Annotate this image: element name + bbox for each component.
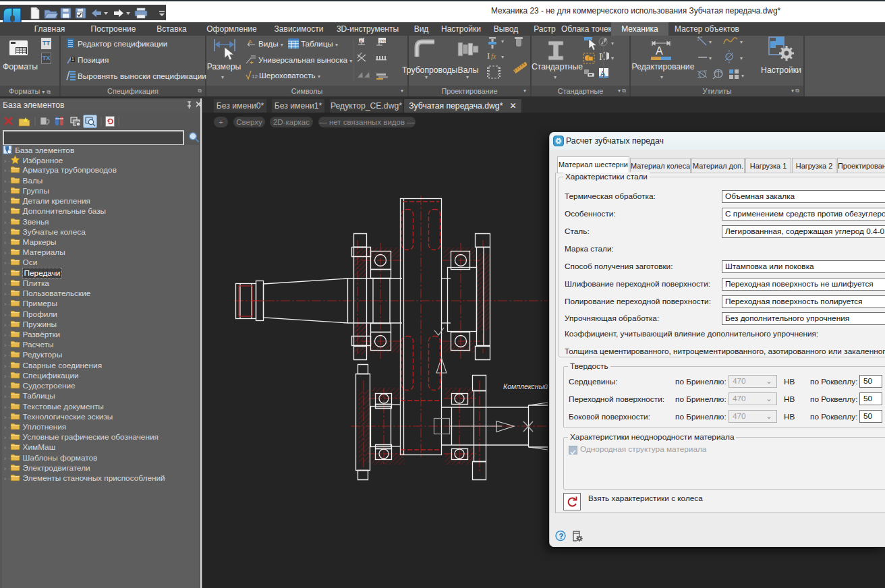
svg-text:▾: ▾: [501, 54, 504, 60]
svg-text:Комплексный: Комплексный: [503, 382, 548, 390]
svg-text:▾: ▾: [741, 73, 744, 79]
svg-text:1: 1: [72, 57, 74, 61]
svg-text:▾: ▾: [740, 39, 743, 45]
svg-text:▾: ▾: [740, 55, 743, 61]
svg-text:▾: ▾: [709, 55, 712, 61]
svg-text:?: ?: [559, 532, 563, 540]
svg-text:▾: ▾: [611, 55, 614, 61]
svg-text:▾: ▾: [611, 40, 614, 47]
svg-text:A: A: [360, 39, 362, 43]
svg-text:A: A: [656, 45, 663, 57]
svg-text:I: I: [487, 51, 490, 61]
svg-text:▾: ▾: [709, 39, 712, 45]
svg-text:▾: ▾: [501, 38, 504, 45]
svg-text:12: 12: [252, 74, 258, 80]
svg-text:1T0: 1T0: [379, 39, 385, 43]
svg-text:I: I: [599, 52, 602, 62]
svg-text:fx: fx: [491, 53, 496, 60]
